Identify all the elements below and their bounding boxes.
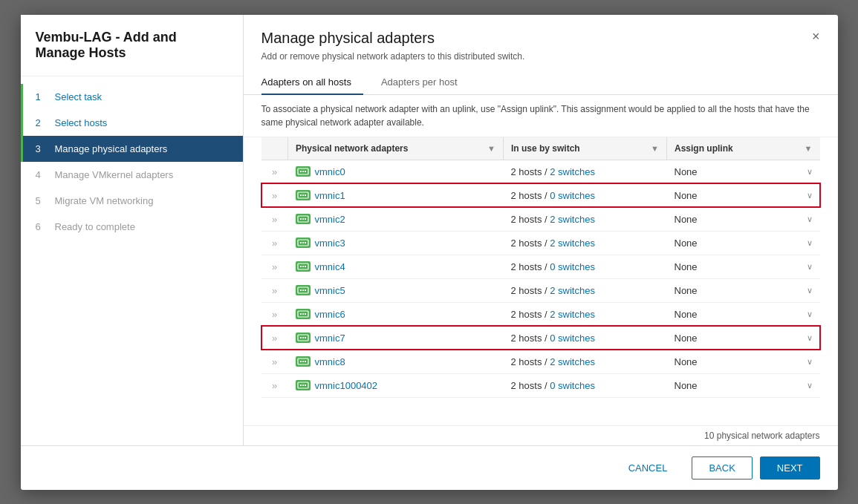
table-row[interactable]: » vmnic12 hosts / 0 switchesNone∨ — [261, 183, 820, 207]
expand-cell-3[interactable]: » — [261, 231, 288, 255]
sidebar-item-1[interactable]: 2Select hosts — [21, 110, 243, 136]
step-num-1: 2 — [36, 117, 48, 128]
expand-cell-9[interactable]: » — [261, 373, 288, 397]
switch-link-7[interactable]: 0 switches — [550, 333, 595, 344]
table-row[interactable]: » vmnic62 hosts / 2 switchesNone∨ — [261, 302, 820, 326]
switch-link-1[interactable]: 0 switches — [550, 190, 595, 201]
adapter-filter-icon[interactable]: ▼ — [487, 144, 495, 153]
expand-cell-2[interactable]: » — [261, 207, 288, 231]
switch-link-8[interactable]: 2 switches — [550, 356, 595, 367]
switch-link-4[interactable]: 0 switches — [550, 261, 595, 272]
main-content: Manage physical adapters × Add or remove… — [244, 15, 838, 445]
sidebar-item-0[interactable]: 1Select task — [21, 84, 243, 110]
dialog-title: Manage physical adapters — [261, 30, 435, 47]
table-row[interactable]: » vmnic52 hosts / 2 switchesNone∨ — [261, 278, 820, 302]
sidebar-item-3: 4Manage VMkernel adapters — [21, 162, 243, 188]
adapter-link-6[interactable]: vmnic6 — [315, 309, 345, 320]
table-wrapper[interactable]: Physical network adapters ▼ In use by sw… — [244, 137, 838, 425]
switch-link-0[interactable]: 2 switches — [550, 166, 595, 177]
uplink-cell-1[interactable]: None∨ — [667, 183, 820, 207]
nic-icon-2 — [296, 214, 311, 224]
svg-rect-9 — [300, 218, 302, 220]
table-row[interactable]: » vmnic42 hosts / 0 switchesNone∨ — [261, 255, 820, 278]
adapter-name-cell-1: vmnic1 — [288, 183, 504, 207]
adapter-link-1[interactable]: vmnic1 — [315, 190, 345, 201]
uplink-cell-0[interactable]: None∨ — [667, 160, 820, 183]
inuse-filter-icon[interactable]: ▼ — [651, 144, 659, 153]
svg-rect-15 — [305, 242, 306, 243]
expand-cell-4[interactable]: » — [261, 255, 288, 278]
uplink-dropdown-arrow-5[interactable]: ∨ — [807, 286, 813, 295]
expand-cell-5[interactable]: » — [261, 278, 288, 302]
uplink-cell-5[interactable]: None∨ — [667, 278, 820, 302]
tab-0[interactable]: Adapters on all hosts — [261, 71, 363, 95]
table-body: » vmnic02 hosts / 2 switchesNone∨» vmnic… — [261, 160, 820, 397]
adapter-name-cell-5: vmnic5 — [288, 278, 504, 302]
adapters-table: Physical network adapters ▼ In use by sw… — [261, 137, 820, 398]
uplink-cell-7[interactable]: None∨ — [667, 326, 820, 350]
uplink-dropdown-arrow-7[interactable]: ∨ — [807, 333, 813, 343]
adapter-name-cell-7: vmnic7 — [288, 326, 504, 350]
adapter-link-8[interactable]: vmnic8 — [315, 356, 345, 367]
table-row[interactable]: » vmnic22 hosts / 2 switchesNone∨ — [261, 207, 820, 231]
table-row[interactable]: » vmnic10004022 hosts / 0 switchesNone∨ — [261, 373, 820, 397]
adapter-name-cell-6: vmnic6 — [288, 302, 504, 326]
uplink-cell-3[interactable]: None∨ — [667, 231, 820, 255]
switch-link-5[interactable]: 2 switches — [550, 285, 595, 296]
switch-link-6[interactable]: 2 switches — [550, 309, 595, 320]
svg-rect-34 — [302, 361, 304, 362]
table-row[interactable]: » vmnic72 hosts / 0 switchesNone∨ — [261, 326, 820, 350]
uplink-dropdown-arrow-1[interactable]: ∨ — [807, 191, 813, 200]
uplink-dropdown-arrow-3[interactable]: ∨ — [807, 238, 813, 248]
table-row[interactable]: » vmnic82 hosts / 2 switchesNone∨ — [261, 350, 820, 373]
uplink-cell-4[interactable]: None∨ — [667, 255, 820, 278]
inuse-cell-8: 2 hosts / 2 switches — [504, 350, 667, 373]
table-row[interactable]: » vmnic02 hosts / 2 switchesNone∨ — [261, 160, 820, 183]
expand-cell-0[interactable]: » — [261, 160, 288, 183]
expand-cell-7[interactable]: » — [261, 326, 288, 350]
adapter-link-5[interactable]: vmnic5 — [315, 285, 345, 296]
expand-cell-6[interactable]: » — [261, 302, 288, 326]
svg-rect-33 — [300, 361, 302, 362]
switch-link-3[interactable]: 2 switches — [550, 238, 595, 249]
back-button[interactable]: BACK — [692, 456, 752, 480]
adapter-link-2[interactable]: vmnic2 — [315, 214, 345, 225]
adapter-link-9[interactable]: vmnic1000402 — [315, 380, 378, 391]
nic-icon-0 — [296, 166, 311, 177]
uplink-dropdown-arrow-6[interactable]: ∨ — [807, 310, 813, 319]
uplink-value-4: None — [675, 261, 698, 272]
switch-link-2[interactable]: 2 switches — [550, 214, 595, 225]
uplink-cell-2[interactable]: None∨ — [667, 207, 820, 231]
sidebar-title: Vembu-LAG - Add and Manage Hosts — [21, 30, 243, 76]
step-label-2: Manage physical adapters — [55, 143, 168, 154]
uplink-dropdown-arrow-8[interactable]: ∨ — [807, 357, 813, 367]
expand-cell-1[interactable]: » — [261, 183, 288, 207]
uplink-cell-6[interactable]: None∨ — [667, 302, 820, 326]
uplink-dropdown-arrow-4[interactable]: ∨ — [807, 262, 813, 272]
main-header: Manage physical adapters × — [244, 15, 838, 47]
expand-cell-8[interactable]: » — [261, 350, 288, 373]
step-label-4: Migrate VM networking — [55, 195, 154, 206]
uplink-dropdown-arrow-2[interactable]: ∨ — [807, 215, 813, 224]
switch-link-9[interactable]: 0 switches — [550, 380, 595, 391]
adapter-link-7[interactable]: vmnic7 — [315, 333, 345, 344]
adapter-link-3[interactable]: vmnic3 — [315, 238, 345, 249]
uplink-value-9: None — [675, 380, 698, 391]
inuse-cell-3: 2 hosts / 2 switches — [504, 231, 667, 255]
adapter-link-0[interactable]: vmnic0 — [315, 166, 345, 177]
uplink-dropdown-arrow-0[interactable]: ∨ — [807, 167, 813, 177]
uplink-cell-9[interactable]: None∨ — [667, 373, 820, 397]
uplink-filter-icon[interactable]: ▼ — [805, 144, 813, 153]
close-button[interactable]: × — [812, 30, 820, 43]
step-num-2: 3 — [36, 143, 48, 154]
title-line2: Manage Hosts — [36, 45, 126, 60]
sidebar-item-5: 6Ready to complete — [21, 214, 243, 240]
uplink-cell-8[interactable]: None∨ — [667, 350, 820, 373]
svg-rect-23 — [305, 289, 306, 291]
adapter-link-4[interactable]: vmnic4 — [315, 261, 345, 272]
next-button[interactable]: NEXT — [760, 456, 820, 480]
uplink-dropdown-arrow-9[interactable]: ∨ — [807, 381, 813, 390]
tab-1[interactable]: Adapters per host — [381, 71, 469, 95]
table-row[interactable]: » vmnic32 hosts / 2 switchesNone∨ — [261, 231, 820, 255]
cancel-button[interactable]: CANCEL — [611, 456, 685, 480]
